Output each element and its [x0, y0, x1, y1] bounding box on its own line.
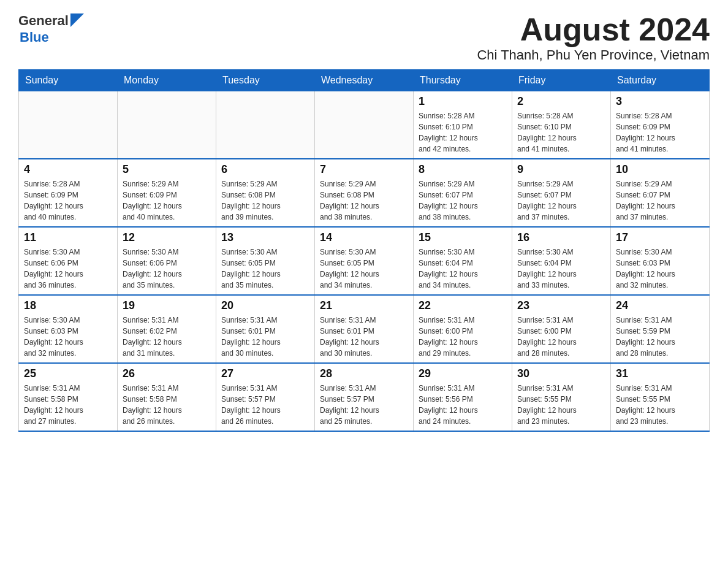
calendar-cell: 27Sunrise: 5:31 AMSunset: 5:57 PMDayligh…	[216, 363, 315, 431]
day-number: 28	[320, 367, 408, 380]
day-info: Sunrise: 5:30 AMSunset: 6:03 PMDaylight:…	[616, 247, 704, 291]
day-info: Sunrise: 5:31 AMSunset: 5:59 PMDaylight:…	[616, 315, 704, 359]
day-number: 13	[221, 231, 309, 244]
calendar-cell: 31Sunrise: 5:31 AMSunset: 5:55 PMDayligh…	[611, 363, 710, 431]
calendar-cell: 6Sunrise: 5:29 AMSunset: 6:08 PMDaylight…	[216, 159, 315, 227]
day-info: Sunrise: 5:28 AMSunset: 6:10 PMDaylight:…	[419, 110, 507, 155]
day-number: 24	[616, 299, 704, 312]
day-number: 7	[320, 163, 408, 176]
calendar-cell: 14Sunrise: 5:30 AMSunset: 6:05 PMDayligh…	[315, 227, 414, 295]
calendar-cell	[216, 91, 315, 159]
day-number: 31	[616, 367, 704, 380]
logo: General Blue	[18, 12, 84, 45]
day-number: 26	[123, 367, 211, 380]
day-info: Sunrise: 5:30 AMSunset: 6:03 PMDaylight:…	[24, 315, 112, 359]
day-info: Sunrise: 5:29 AMSunset: 6:07 PMDaylight:…	[517, 178, 605, 223]
day-info: Sunrise: 5:30 AMSunset: 6:05 PMDaylight:…	[320, 247, 408, 291]
calendar-header-day-monday: Monday	[118, 70, 216, 91]
day-number: 14	[320, 231, 408, 244]
day-number: 4	[24, 163, 112, 176]
day-info: Sunrise: 5:29 AMSunset: 6:09 PMDaylight:…	[123, 178, 211, 223]
calendar-cell: 25Sunrise: 5:31 AMSunset: 5:58 PMDayligh…	[19, 363, 118, 431]
calendar-header-day-tuesday: Tuesday	[216, 70, 315, 91]
day-info: Sunrise: 5:29 AMSunset: 6:08 PMDaylight:…	[221, 178, 309, 223]
calendar-header-day-saturday: Saturday	[611, 70, 710, 91]
day-info: Sunrise: 5:28 AMSunset: 6:10 PMDaylight:…	[517, 110, 605, 155]
calendar-cell: 3Sunrise: 5:28 AMSunset: 6:09 PMDaylight…	[611, 91, 710, 159]
calendar-body: 1Sunrise: 5:28 AMSunset: 6:10 PMDaylight…	[19, 91, 710, 432]
calendar-cell: 26Sunrise: 5:31 AMSunset: 5:58 PMDayligh…	[118, 363, 216, 431]
calendar-cell: 16Sunrise: 5:30 AMSunset: 6:04 PMDayligh…	[512, 227, 611, 295]
logo-blue-text: Blue	[20, 29, 49, 45]
day-number: 21	[320, 299, 408, 312]
day-number: 3	[616, 95, 704, 108]
day-number: 30	[517, 367, 605, 380]
calendar-cell: 5Sunrise: 5:29 AMSunset: 6:09 PMDaylight…	[118, 159, 216, 227]
day-number: 8	[419, 163, 507, 176]
day-info: Sunrise: 5:31 AMSunset: 6:01 PMDaylight:…	[320, 315, 408, 359]
calendar-cell: 23Sunrise: 5:31 AMSunset: 6:00 PMDayligh…	[512, 295, 611, 363]
day-number: 10	[616, 163, 704, 176]
calendar-cell: 28Sunrise: 5:31 AMSunset: 5:57 PMDayligh…	[315, 363, 414, 431]
day-info: Sunrise: 5:31 AMSunset: 6:00 PMDaylight:…	[419, 315, 507, 359]
day-info: Sunrise: 5:30 AMSunset: 6:06 PMDaylight:…	[24, 247, 112, 291]
calendar-cell: 11Sunrise: 5:30 AMSunset: 6:06 PMDayligh…	[19, 227, 118, 295]
calendar-header-day-friday: Friday	[512, 70, 611, 91]
day-info: Sunrise: 5:28 AMSunset: 6:09 PMDaylight:…	[24, 178, 112, 223]
calendar-week-row: 25Sunrise: 5:31 AMSunset: 5:58 PMDayligh…	[19, 363, 710, 431]
day-number: 5	[123, 163, 211, 176]
day-info: Sunrise: 5:30 AMSunset: 6:04 PMDaylight:…	[419, 247, 507, 291]
day-number: 23	[517, 299, 605, 312]
calendar-cell: 30Sunrise: 5:31 AMSunset: 5:55 PMDayligh…	[512, 363, 611, 431]
calendar-week-row: 18Sunrise: 5:30 AMSunset: 6:03 PMDayligh…	[19, 295, 710, 363]
day-number: 19	[123, 299, 211, 312]
calendar-cell	[118, 91, 216, 159]
calendar-cell: 7Sunrise: 5:29 AMSunset: 6:08 PMDaylight…	[315, 159, 414, 227]
day-number: 18	[24, 299, 112, 312]
calendar-cell: 24Sunrise: 5:31 AMSunset: 5:59 PMDayligh…	[611, 295, 710, 363]
calendar-cell: 9Sunrise: 5:29 AMSunset: 6:07 PMDaylight…	[512, 159, 611, 227]
day-number: 22	[419, 299, 507, 312]
logo-icon: General Blue	[18, 12, 84, 45]
calendar-cell: 4Sunrise: 5:28 AMSunset: 6:09 PMDaylight…	[19, 159, 118, 227]
day-number: 20	[221, 299, 309, 312]
calendar-cell	[19, 91, 118, 159]
day-info: Sunrise: 5:30 AMSunset: 6:04 PMDaylight:…	[517, 247, 605, 291]
calendar-cell: 10Sunrise: 5:29 AMSunset: 6:07 PMDayligh…	[611, 159, 710, 227]
day-number: 17	[616, 231, 704, 244]
calendar-header: SundayMondayTuesdayWednesdayThursdayFrid…	[19, 70, 710, 91]
calendar-cell: 19Sunrise: 5:31 AMSunset: 6:02 PMDayligh…	[118, 295, 216, 363]
page-title: August 2024	[477, 12, 710, 47]
day-info: Sunrise: 5:31 AMSunset: 5:57 PMDaylight:…	[320, 383, 408, 427]
logo-triangle-icon	[70, 13, 84, 27]
calendar-header-day-sunday: Sunday	[19, 70, 118, 91]
day-number: 16	[517, 231, 605, 244]
day-number: 11	[24, 231, 112, 244]
day-number: 6	[221, 163, 309, 176]
svg-marker-0	[70, 13, 84, 27]
calendar-cell: 13Sunrise: 5:30 AMSunset: 6:05 PMDayligh…	[216, 227, 315, 295]
calendar-week-row: 11Sunrise: 5:30 AMSunset: 6:06 PMDayligh…	[19, 227, 710, 295]
calendar-header-day-wednesday: Wednesday	[315, 70, 414, 91]
day-number: 12	[123, 231, 211, 244]
day-info: Sunrise: 5:29 AMSunset: 6:07 PMDaylight:…	[419, 178, 507, 223]
calendar-header-row: SundayMondayTuesdayWednesdayThursdayFrid…	[19, 70, 710, 91]
day-info: Sunrise: 5:31 AMSunset: 5:55 PMDaylight:…	[616, 383, 704, 427]
day-info: Sunrise: 5:31 AMSunset: 6:01 PMDaylight:…	[221, 315, 309, 359]
day-number: 9	[517, 163, 605, 176]
calendar-table: SundayMondayTuesdayWednesdayThursdayFrid…	[18, 69, 710, 432]
page-subtitle: Chi Thanh, Phu Yen Province, Vietnam	[477, 47, 710, 63]
calendar-header-day-thursday: Thursday	[414, 70, 512, 91]
day-info: Sunrise: 5:30 AMSunset: 6:06 PMDaylight:…	[123, 247, 211, 291]
calendar-cell: 29Sunrise: 5:31 AMSunset: 5:56 PMDayligh…	[414, 363, 512, 431]
day-info: Sunrise: 5:28 AMSunset: 6:09 PMDaylight:…	[616, 110, 704, 155]
calendar-cell: 18Sunrise: 5:30 AMSunset: 6:03 PMDayligh…	[19, 295, 118, 363]
calendar-cell: 1Sunrise: 5:28 AMSunset: 6:10 PMDaylight…	[414, 91, 512, 159]
day-number: 2	[517, 95, 605, 108]
calendar-cell: 8Sunrise: 5:29 AMSunset: 6:07 PMDaylight…	[414, 159, 512, 227]
calendar-cell: 12Sunrise: 5:30 AMSunset: 6:06 PMDayligh…	[118, 227, 216, 295]
day-number: 29	[419, 367, 507, 380]
day-info: Sunrise: 5:31 AMSunset: 5:57 PMDaylight:…	[221, 383, 309, 427]
day-number: 1	[419, 95, 507, 108]
day-info: Sunrise: 5:29 AMSunset: 6:08 PMDaylight:…	[320, 178, 408, 223]
